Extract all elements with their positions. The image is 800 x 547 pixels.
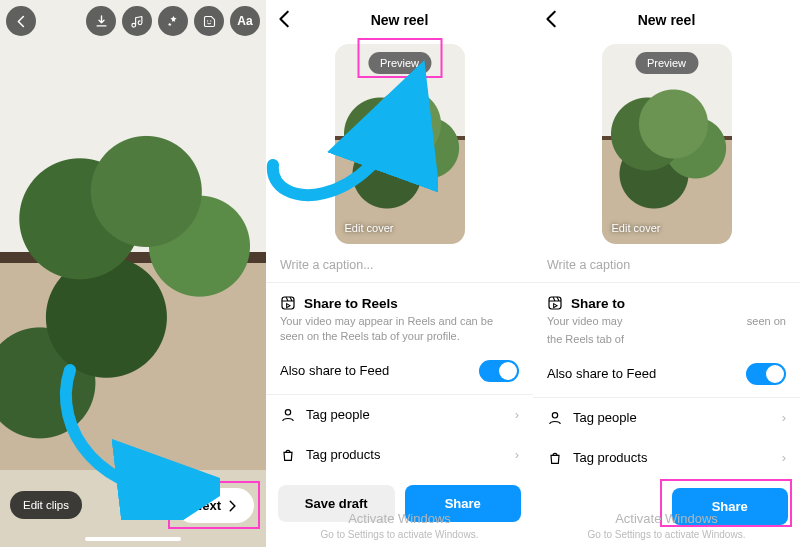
back-icon[interactable]: [541, 8, 563, 34]
also-share-toggle[interactable]: [746, 363, 786, 385]
page-title: New reel: [371, 12, 429, 28]
bottom-button-row: Save draft Share: [266, 475, 533, 522]
person-icon: [280, 407, 296, 423]
save-draft-button[interactable]: Save draft: [278, 485, 395, 522]
also-share-row[interactable]: Also share to Feed: [533, 351, 800, 397]
share-section: Share to Reels Your video may appear in …: [266, 283, 533, 348]
share-section: Share to Your video may seen on the Reel…: [533, 283, 800, 351]
share-button[interactable]: Share: [672, 488, 789, 525]
preview-button[interactable]: Preview: [368, 52, 431, 74]
caption-input[interactable]: Write a caption: [533, 244, 800, 282]
also-share-row[interactable]: Also share to Feed: [266, 348, 533, 394]
share-section-title: Share to Reels: [304, 296, 398, 311]
svg-point-3: [285, 409, 290, 414]
edit-clips-button[interactable]: Edit clips: [10, 491, 82, 519]
screen-new-reel-a: New reel Preview Edit cover Write a capt…: [266, 0, 533, 547]
bag-icon: [547, 450, 563, 466]
also-share-label: Also share to Feed: [547, 366, 656, 381]
tag-people-row[interactable]: Tag people ›: [533, 398, 800, 438]
edit-cover-button[interactable]: Edit cover: [345, 222, 394, 234]
edit-cover-button[interactable]: Edit cover: [612, 222, 661, 234]
share-section-desc: Your video may appear in Reels and can b…: [280, 314, 519, 344]
reels-icon: [547, 295, 563, 311]
chevron-right-icon: [225, 499, 239, 513]
chevron-right-icon: ›: [782, 410, 786, 425]
screen-reel-editor: Aa Edit clips Next: [0, 0, 266, 547]
svg-point-0: [207, 20, 208, 21]
reels-icon: [280, 295, 296, 311]
tag-products-label: Tag products: [306, 447, 380, 462]
tag-people-row[interactable]: Tag people ›: [266, 395, 533, 435]
caption-input[interactable]: Write a caption...: [266, 244, 533, 282]
tag-products-row[interactable]: Tag products ›: [266, 435, 533, 475]
cover-thumbnail[interactable]: Preview Edit cover: [335, 44, 465, 244]
header: New reel: [266, 0, 533, 40]
also-share-label: Also share to Feed: [280, 363, 389, 378]
svg-point-1: [210, 20, 211, 21]
tag-products-label: Tag products: [573, 450, 647, 465]
cover-thumbnail[interactable]: Preview Edit cover: [602, 44, 732, 244]
screen-new-reel-b: New reel Preview Edit cover Write a capt…: [533, 0, 800, 547]
editor-top-toolbar: Aa: [0, 6, 266, 36]
bottom-button-row: Share: [533, 478, 800, 525]
music-icon[interactable]: [122, 6, 152, 36]
also-share-toggle[interactable]: [479, 360, 519, 382]
next-button[interactable]: Next: [175, 488, 254, 523]
tag-products-row[interactable]: Tag products ›: [533, 438, 800, 478]
header: New reel: [533, 0, 800, 40]
share-section-desc: Your video may seen on: [547, 314, 786, 329]
bag-icon: [280, 447, 296, 463]
share-section-desc-line2: the Reels tab of: [547, 332, 786, 347]
download-icon[interactable]: [86, 6, 116, 36]
share-button[interactable]: Share: [405, 485, 522, 522]
chevron-right-icon: ›: [515, 407, 519, 422]
next-button-label: Next: [193, 498, 221, 513]
home-indicator: [85, 537, 181, 541]
effects-icon[interactable]: [158, 6, 188, 36]
page-title: New reel: [638, 12, 696, 28]
tag-people-label: Tag people: [573, 410, 637, 425]
chevron-right-icon: ›: [515, 447, 519, 462]
chevron-right-icon: ›: [782, 450, 786, 465]
reel-preview-canvas: [0, 0, 266, 547]
sticker-icon[interactable]: [194, 6, 224, 36]
text-icon[interactable]: Aa: [230, 6, 260, 36]
preview-button[interactable]: Preview: [635, 52, 698, 74]
svg-point-5: [552, 412, 557, 417]
tag-people-label: Tag people: [306, 407, 370, 422]
person-icon: [547, 410, 563, 426]
back-icon[interactable]: [274, 8, 296, 34]
share-section-title: Share to: [571, 296, 625, 311]
back-icon[interactable]: [6, 6, 36, 36]
